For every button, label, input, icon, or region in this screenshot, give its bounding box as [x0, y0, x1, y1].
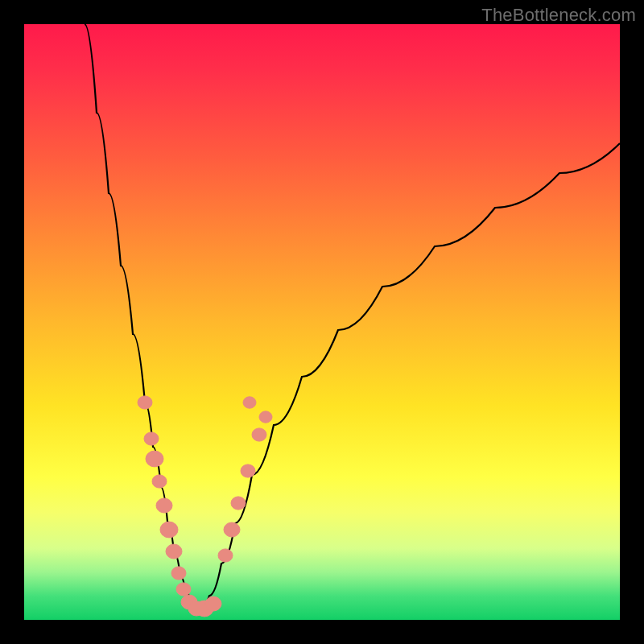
data-dot [243, 397, 256, 408]
dots-group [138, 396, 272, 617]
data-dot [156, 498, 172, 513]
data-dot [152, 475, 167, 488]
left-curve [85, 24, 200, 610]
data-dot [241, 464, 255, 477]
data-dot [252, 428, 266, 441]
data-dot [218, 549, 233, 562]
plot-svg [24, 24, 620, 620]
data-dot [231, 497, 246, 510]
right-curve [200, 143, 620, 610]
data-dot [259, 411, 272, 423]
data-dot [138, 396, 152, 409]
data-dot [205, 597, 221, 611]
data-dot [146, 451, 163, 467]
data-dot [176, 583, 191, 596]
data-dot [224, 522, 240, 537]
data-dot [144, 432, 159, 445]
data-dot [171, 567, 186, 580]
data-dot [160, 522, 178, 538]
data-dot [166, 544, 182, 559]
watermark-text: TheBottleneck.com [481, 5, 636, 26]
plot-frame [24, 24, 620, 620]
